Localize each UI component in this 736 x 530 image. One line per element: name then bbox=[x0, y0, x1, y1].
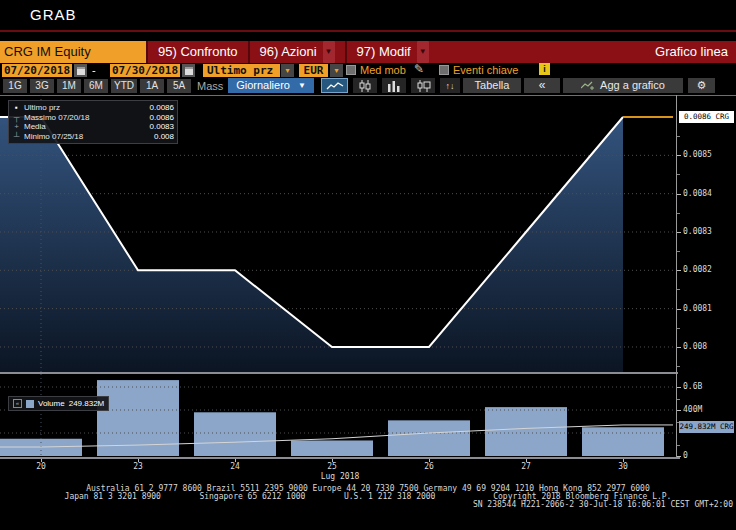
chevron-down-icon[interactable]: ▼ bbox=[417, 41, 429, 63]
price-type-select[interactable]: Ultimo prz bbox=[203, 64, 280, 77]
med-mob-label[interactable]: Med mob bbox=[360, 64, 406, 77]
volume-legend-label: Volume bbox=[38, 399, 65, 408]
window-title: GRAB bbox=[30, 6, 77, 23]
med-mob-checkbox[interactable] bbox=[346, 65, 356, 75]
chevron-down-icon[interactable]: ▼ bbox=[281, 64, 294, 77]
legend-label: Ultimo prz bbox=[24, 103, 147, 113]
legend-row-media: + Media 0.0083 bbox=[12, 122, 174, 132]
line-chart-icon bbox=[326, 81, 344, 91]
frequency-dropdown[interactable]: Giornaliero ▼ bbox=[228, 78, 314, 93]
chevron-down-icon[interactable]: ▼ bbox=[330, 64, 343, 77]
candle-volume-icon bbox=[416, 80, 431, 92]
period-button-1a[interactable]: 1A bbox=[140, 79, 164, 93]
volume-chart-canvas[interactable] bbox=[0, 374, 676, 458]
frequency-value: Giornaliero bbox=[236, 78, 290, 93]
candlestick-type-button[interactable] bbox=[353, 78, 377, 93]
calendar-icon[interactable] bbox=[182, 64, 195, 77]
mini-chart-plus-icon bbox=[581, 81, 595, 90]
pencil-icon[interactable]: ✎ bbox=[414, 62, 424, 76]
agg-a-grafico-button[interactable]: Agg a grafico bbox=[563, 78, 683, 93]
volume-legend[interactable]: « Volume 249.832M bbox=[8, 396, 109, 411]
legend-value: 0.0086 bbox=[150, 113, 174, 123]
calendar-glyph bbox=[185, 67, 193, 75]
legend-value: 0.0086 bbox=[150, 103, 174, 113]
gear-icon: ⚙ bbox=[697, 79, 707, 91]
period-button-5a[interactable]: 5A bbox=[167, 79, 191, 93]
mean-marker-icon: + bbox=[12, 122, 21, 132]
footer-session-line: SN 238544 H221-2066-2 30-Jul-18 16:06:01… bbox=[0, 501, 736, 509]
price-legend[interactable]: ▪ Ultimo prz 0.0086 ┬ Massimo 07/20/18 0… bbox=[8, 100, 178, 144]
bloomberg-terminal-window: GRAB CRG IM Equity 95) Confronto 96) Azi… bbox=[0, 0, 736, 530]
legend-label: Media bbox=[24, 122, 147, 132]
legend-value: 0.0083 bbox=[150, 122, 174, 132]
price-axis bbox=[676, 95, 677, 459]
eventi-chiave-label[interactable]: Eventi chiave bbox=[453, 64, 518, 77]
calendar-glyph bbox=[77, 67, 85, 75]
period-button-1g[interactable]: 1G bbox=[3, 79, 27, 93]
legend-label: Minimo 07/25/18 bbox=[24, 132, 151, 142]
collapse-panel-icon[interactable]: « bbox=[13, 399, 22, 408]
info-icon[interactable]: i bbox=[539, 63, 550, 75]
title-separator bbox=[0, 30, 736, 32]
menu-item-label: 96) Azioni bbox=[260, 41, 317, 63]
chevron-down-icon[interactable]: ▼ bbox=[323, 41, 335, 63]
legend-value: 0.008 bbox=[154, 132, 174, 142]
period-button-1m[interactable]: 1M bbox=[57, 79, 81, 93]
candle-volume-type-button[interactable] bbox=[411, 78, 435, 93]
eventi-chiave-checkbox[interactable] bbox=[439, 65, 449, 75]
up-down-arrows-icon: ↑↓ bbox=[446, 81, 455, 91]
period-button-6m[interactable]: 6M bbox=[84, 79, 108, 93]
legend-row-massimo: ┬ Massimo 07/20/18 0.0086 bbox=[12, 113, 174, 123]
legend-row-ultimo: ▪ Ultimo prz 0.0086 bbox=[12, 103, 174, 113]
tabella-button[interactable]: Tabella bbox=[463, 78, 521, 93]
currency-select[interactable]: EUR bbox=[299, 64, 328, 77]
security-ticker-field[interactable]: CRG IM Equity bbox=[0, 41, 146, 63]
candlestick-icon bbox=[358, 80, 372, 92]
chevron-down-icon: ▼ bbox=[298, 78, 306, 93]
square-marker-icon: ▪ bbox=[12, 103, 21, 113]
mass-label[interactable]: Mass bbox=[197, 79, 223, 93]
chart-mode-label: Grafico linea bbox=[655, 41, 736, 63]
menu-bar: CRG IM Equity 95) Confronto 96) Azioni ▼… bbox=[0, 41, 736, 63]
menu-item-azioni[interactable]: 96) Azioni ▼ bbox=[248, 41, 345, 63]
volume-swatch-icon bbox=[26, 400, 34, 408]
month-label: Lug 2018 bbox=[310, 472, 370, 481]
volume-bars-type-button[interactable] bbox=[382, 78, 406, 93]
min-marker-icon: ┴ bbox=[12, 132, 21, 142]
max-marker-icon: ┬ bbox=[12, 113, 21, 123]
menu-item-label: 95) Confronto bbox=[158, 41, 238, 63]
volume-legend-value: 249.832M bbox=[69, 399, 105, 408]
bar-chart-icon bbox=[387, 80, 401, 92]
last-volume-badge: 249.832M CRG IM bbox=[679, 421, 734, 433]
legend-label: Massimo 07/20/18 bbox=[24, 113, 147, 123]
last-price-badge: 0.0086 CRG IM bbox=[679, 111, 734, 123]
line-chart-type-button[interactable] bbox=[321, 78, 348, 93]
period-button-ytd[interactable]: YTD bbox=[111, 79, 137, 93]
collapse-button[interactable]: « bbox=[524, 78, 560, 93]
date-from-field[interactable]: 07/20/2018 bbox=[2, 64, 72, 77]
calendar-icon[interactable] bbox=[74, 64, 87, 77]
x-axis bbox=[0, 457, 680, 459]
menu-item-label: 97) Modif bbox=[357, 41, 411, 63]
agg-label: Agg a grafico bbox=[600, 78, 665, 93]
date-range-separator: - bbox=[92, 64, 96, 77]
menu-item-confronto[interactable]: 95) Confronto bbox=[146, 41, 248, 63]
axis-arrows-button[interactable]: ↑↓ bbox=[440, 78, 460, 93]
settings-button[interactable]: ⚙ bbox=[688, 78, 715, 93]
date-to-field[interactable]: 07/30/2018 bbox=[110, 64, 180, 77]
menu-item-modif[interactable]: 97) Modif ▼ bbox=[345, 41, 439, 63]
period-button-3g[interactable]: 3G bbox=[30, 79, 54, 93]
legend-row-minimo: ┴ Minimo 07/25/18 0.008 bbox=[12, 132, 174, 142]
